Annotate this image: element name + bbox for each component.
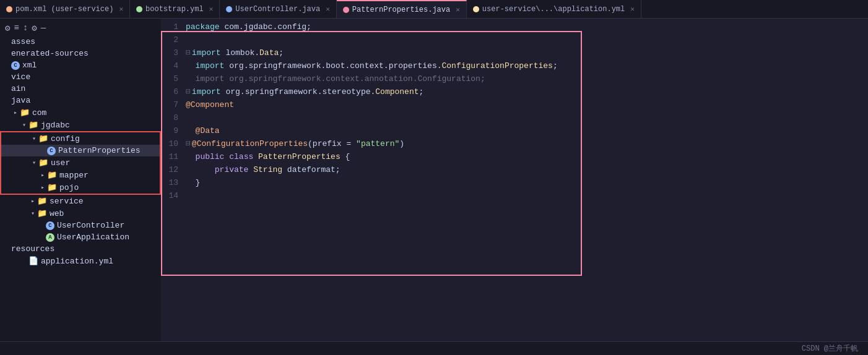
code-line-11: public class PatternProperties { [186,151,868,164]
line-num-7: 7 [161,99,178,112]
tab-close-pattern[interactable]: ✕ [456,6,460,14]
sidebar-item-user[interactable]: ▾ 📁 user [1,156,160,169]
label-com: com [32,108,46,118]
sidebar-item-asses[interactable]: asses [0,36,161,48]
sidebar-item-user-controller[interactable]: C UserController [0,220,161,231]
code-editor[interactable]: 1 2 3 4 5 6 7 8 9 10 11 12 13 14 package… [161,19,868,341]
token-String: String [253,164,282,177]
sidebar-item-resources[interactable]: resources [0,243,161,255]
tab-close-bootstrap[interactable]: ✕ [209,5,214,13]
tab-user-controller[interactable]: UserController.java ✕ [220,0,336,18]
token-import-6: import [192,86,221,99]
label-resources: resources [11,244,54,254]
sidebar-item-web[interactable]: ▾ 📁 web [0,207,161,220]
code-line-8 [186,112,868,125]
line-num-6: 6 [161,86,178,99]
token-import-4: import [196,60,225,73]
label-jgdabc: jgdabc [41,121,70,130]
token-gray-5: import org.springframework.context.annot… [196,73,485,86]
token-class: class [229,151,253,164]
code-line-2 [186,34,868,47]
sidebar-item-com[interactable]: ▸ 📁 com [0,106,161,119]
label-java: java [11,96,30,105]
code-lines: package com.jgdabc.config; ⊟import lombo… [186,21,868,203]
tab-label-bootstrap: bootstrap.yml [145,5,204,14]
sidebar-item-xml[interactable]: C xml [0,59,161,71]
sidebar-item-app-yml[interactable]: 📄 application.yml [0,255,161,267]
sidebar-toolbar: ⚙ ≡ ↕ ⚙ — [0,20,161,36]
sidebar-item-ain[interactable]: ain [0,83,161,95]
tab-pom-xml[interactable]: pom.xml (user-service) ✕ [0,0,130,18]
arrow-config: ▾ [30,135,38,142]
tab-close-appyml[interactable]: ✕ [630,5,635,13]
line-num-12: 12 [161,164,178,177]
tab-bootstrap-yml[interactable]: bootstrap.yml ✕ [130,0,220,18]
sidebar-item-vice[interactable]: vice [0,71,161,83]
sidebar-item-config[interactable]: ▾ 📁 config [1,132,160,145]
line-num-13: 13 [161,177,178,190]
sidebar-item-pattern-properties[interactable]: C PatternProperties [1,145,160,156]
sidebar-item-jgdabc[interactable]: ▾ 📁 jgdabc [0,119,161,131]
tab-close-pom[interactable]: ✕ [119,5,123,13]
sidebar-item-generated[interactable]: enerated-sources [0,48,161,59]
label-pattern-properties: PatternProperties [58,146,141,155]
token-space-12 [248,164,253,177]
line-numbers: 1 2 3 4 5 6 7 8 9 10 11 12 13 14 [161,21,186,203]
fold-6: ⊟ [186,86,191,99]
tab-bar: pom.xml (user-service) ✕ bootstrap.yml ✕… [0,0,868,19]
token-paren-10a: (prefix = [308,138,356,151]
arrow-service: ▸ [28,197,37,205]
code-line-5: import org.springframework.context.annot… [186,73,868,86]
label-user: user [51,158,70,168]
user-application-icon: A [46,233,54,242]
tab-close-controller[interactable]: ✕ [326,5,330,13]
sidebar-item-pojo[interactable]: ▸ 📁 pojo [1,181,160,194]
sort-icon[interactable]: ↕ [23,23,28,33]
token-at-data: @Data [196,125,220,138]
code-line-12: private String dateformat; [186,164,868,177]
tab-icon-controller [226,6,232,12]
code-line-13: } [186,177,868,190]
line-num-5: 5 [161,73,178,86]
sidebar-item-mapper[interactable]: ▸ 📁 mapper [1,169,160,181]
token-package: package [186,21,220,34]
token-Data: Data [259,47,279,60]
label-generated: enerated-sources [11,49,89,58]
code-area: 1 2 3 4 5 6 7 8 9 10 11 12 13 14 package… [161,19,868,205]
label-user-application: UserApplication [57,233,129,242]
tab-application-yml[interactable]: user-service\...\application.yml ✕ [467,0,641,18]
collapse-icon[interactable]: ≡ [14,23,19,33]
label-app-yml: application.yml [41,257,113,266]
label-config: config [51,134,80,143]
gear-icon[interactable]: ⚙ [32,23,37,33]
token-indent-12 [186,164,215,177]
token-space-11b [253,151,258,164]
tab-pattern-properties[interactable]: PatternProperties.java ✕ [337,0,467,18]
token-space-11 [224,151,229,164]
line-num-10: 10 [161,138,178,151]
tab-icon-bootstrap [136,6,142,12]
token-paren-10b: ) [399,138,404,151]
tab-label-controller: UserController.java [235,5,320,14]
code-line-6: ⊟import org.springframework.stereotype.C… [186,86,868,99]
token-indent-4 [186,60,196,73]
token-semi-4: ; [553,60,558,73]
label-pojo: pojo [59,183,79,192]
minus-icon[interactable]: — [41,23,46,33]
line-num-11: 11 [161,151,178,164]
arrow-pojo: ▸ [38,184,47,191]
sidebar-item-user-application[interactable]: A UserApplication [0,231,161,243]
token-semi-6: ; [419,86,424,99]
sidebar-item-service[interactable]: ▸ 📁 service [0,195,161,207]
code-line-1: package com.jgdabc.config; [186,21,868,34]
label-asses: asses [11,37,35,46]
label-xml: xml [22,61,37,70]
settings-icon[interactable]: ⚙ [5,23,10,33]
tab-label-pom: pom.xml (user-service) [15,5,113,14]
token-pkg-6: org.springframework.stereotype. [221,86,376,99]
token-import-3: import [192,47,221,60]
fold-3: ⊟ [186,47,191,60]
line-num-3: 3 [161,47,178,60]
sidebar-item-java[interactable]: java [0,95,161,106]
status-bar: CSDN @兰舟千帆 [0,341,868,355]
